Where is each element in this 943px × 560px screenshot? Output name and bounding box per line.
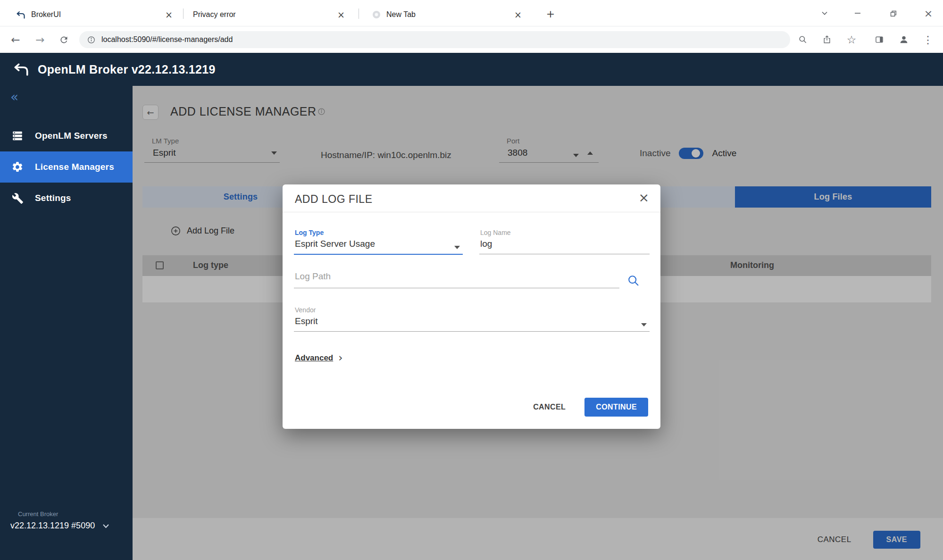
sidebar-collapse-button[interactable]: «: [10, 91, 18, 104]
sidebar-item-settings[interactable]: Settings: [0, 183, 133, 214]
tab-title: BrokerUI: [31, 10, 159, 19]
tab-title: New Tab: [386, 10, 508, 19]
chevron-right-icon: ›: [338, 352, 342, 363]
tab-close-icon[interactable]: ×: [514, 10, 522, 19]
bookmark-star-icon[interactable]: ☆: [843, 32, 860, 47]
browser-reload-button[interactable]: [55, 31, 72, 48]
sidebar-item-openlm-servers[interactable]: OpenLM Servers: [0, 120, 133, 151]
browser-tabstrip: BrokerUI × Privacy error × New Tab × + ×: [0, 0, 943, 26]
sidebar-item-label: Settings: [35, 193, 71, 203]
log-type-select[interactable]: Log Type Esprit Server Usage: [294, 229, 463, 255]
advanced-link[interactable]: Advanced ›: [295, 352, 342, 363]
share-icon[interactable]: [819, 32, 835, 47]
chevron-down-icon[interactable]: [102, 524, 109, 528]
browser-tab-brokerui[interactable]: BrokerUI ×: [9, 3, 179, 26]
advanced-label: Advanced: [295, 353, 333, 363]
url-text: localhost:5090/#/license-managers/add: [101, 35, 233, 44]
dialog-actions: CANCEL CONTINUE: [533, 398, 648, 417]
browser-forward-button[interactable]: →: [32, 31, 49, 48]
dialog-title: ADD LOG FILE: [295, 193, 372, 206]
browser-toolbar: ← → localhost:5090/#/license-managers/ad…: [0, 26, 943, 53]
current-broker-label: Current Broker: [18, 510, 109, 518]
log-type-value: Esprit Server Usage: [295, 239, 375, 249]
site-info-icon[interactable]: [87, 35, 96, 44]
vendor-value: Esprit: [295, 316, 318, 326]
log-path-input[interactable]: [294, 263, 619, 288]
current-broker-footer[interactable]: Current Broker v22.12.13.1219 #5090: [10, 510, 109, 531]
browser-tab-new-tab[interactable]: New Tab ×: [366, 3, 528, 26]
tab-search-chevron-icon[interactable]: [812, 0, 837, 26]
window-minimize-button[interactable]: [845, 0, 870, 26]
main-content: ← ADD LICENSE MANAGER LM Type Esprit Hos…: [133, 86, 943, 560]
new-tab-button[interactable]: +: [543, 7, 558, 21]
address-bar[interactable]: localhost:5090/#/license-managers/add: [79, 31, 790, 48]
dropdown-caret-icon: [641, 323, 647, 326]
brokerui-favicon-icon: [16, 11, 25, 19]
side-panel-icon[interactable]: [871, 32, 887, 47]
log-type-label: Log Type: [295, 229, 463, 236]
screen: BrokerUI × Privacy error × New Tab × + ×: [0, 0, 943, 560]
sidebar-item-label: OpenLM Servers: [35, 131, 108, 141]
sidebar-item-label: License Managers: [35, 162, 114, 172]
log-name-field: Log Name: [479, 229, 650, 254]
openlm-logo-icon: [13, 63, 29, 76]
profile-avatar-icon[interactable]: [896, 32, 912, 47]
vendor-label: Vendor: [295, 306, 650, 314]
app-title: OpenLM Broker v22.12.13.1219: [38, 63, 216, 76]
dialog-continue-button[interactable]: CONTINUE: [584, 398, 648, 417]
browser-back-button[interactable]: ←: [7, 31, 24, 48]
close-icon[interactable]: ×: [638, 191, 649, 204]
add-log-file-dialog: ADD LOG FILE × Log Type Esprit Server Us…: [283, 184, 660, 429]
tab-separator: [183, 8, 184, 19]
dialog-divider: [283, 212, 660, 212]
tab-title: Privacy error: [193, 10, 331, 19]
browser-tab-privacy-error[interactable]: Privacy error ×: [186, 3, 351, 26]
tab-separator: [359, 8, 359, 19]
gear-icon: [10, 161, 25, 173]
tools-icon: [10, 192, 25, 204]
zoom-icon[interactable]: [795, 32, 811, 47]
sidebar: « OpenLM Servers License Managers Settin…: [0, 86, 133, 560]
broker-version-text: v22.12.13.1219 #5090: [10, 521, 95, 531]
dialog-cancel-button[interactable]: CANCEL: [533, 403, 566, 411]
window-restore-button[interactable]: [881, 0, 905, 26]
dropdown-caret-icon: [454, 246, 460, 249]
tab-close-icon[interactable]: ×: [165, 10, 173, 19]
sidebar-item-license-managers[interactable]: License Managers: [0, 151, 133, 183]
tab-close-icon[interactable]: ×: [337, 10, 345, 19]
vendor-select[interactable]: Vendor Esprit: [294, 306, 650, 332]
log-name-input[interactable]: [479, 236, 650, 254]
log-name-label: Log Name: [480, 229, 650, 236]
window-close-button[interactable]: ×: [914, 0, 943, 26]
servers-icon: [10, 130, 25, 142]
newtab-favicon-icon: [372, 10, 381, 19]
search-icon[interactable]: [627, 274, 640, 289]
app-header: OpenLM Broker v22.12.13.1219: [0, 53, 943, 86]
log-path-field: [294, 263, 619, 288]
browser-menu-kebab-icon[interactable]: ⋮: [920, 32, 936, 47]
